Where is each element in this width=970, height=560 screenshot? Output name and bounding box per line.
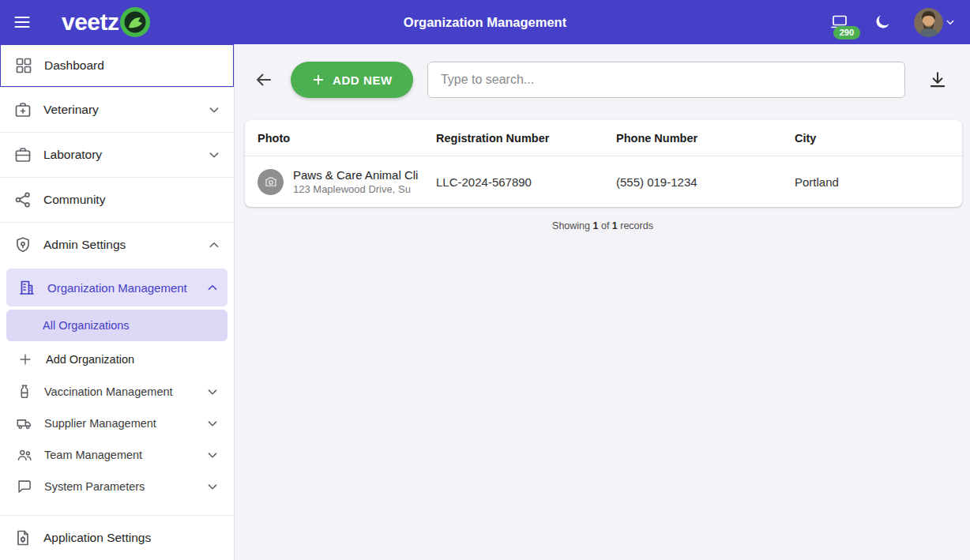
summary-suffix: records <box>618 220 653 231</box>
header-phone-number: Phone Number <box>616 132 795 145</box>
header-registration-number: Registration Number <box>436 132 616 145</box>
sidebar-item-supplier-management[interactable]: Supplier Management <box>6 408 227 439</box>
download-button[interactable] <box>924 66 951 93</box>
app-logo[interactable]: veetz <box>62 6 151 38</box>
chevron-down-icon <box>943 15 957 29</box>
add-new-label: ADD NEW <box>333 73 393 87</box>
user-menu[interactable] <box>912 6 959 39</box>
header-photo: Photo <box>258 132 436 145</box>
download-icon <box>927 70 948 90</box>
add-new-button[interactable]: ADD NEW <box>291 62 413 98</box>
sidebar-item-vaccination-management[interactable]: Vaccination Management <box>6 376 227 408</box>
sidebar-item-label: Vaccination Management <box>44 385 173 398</box>
topbar-actions: 290 <box>827 6 970 39</box>
back-arrow-icon <box>254 70 273 89</box>
toolbar: ADD NEW <box>235 44 970 109</box>
chevron-down-icon <box>204 415 221 432</box>
sidebar-item-label: Supplier Management <box>44 417 156 430</box>
sidebar-bottom: Application Settings <box>0 515 234 560</box>
summary-of: of <box>598 220 611 231</box>
vaccine-icon <box>16 383 33 400</box>
photo-cell: Paws & Care Animal Cli 123 Maplewood Dri… <box>258 168 436 195</box>
menu-button[interactable] <box>3 5 41 39</box>
organization-address: 123 Maplewood Drive, Su <box>293 183 418 195</box>
sidebar-item-label: All Organizations <box>43 319 130 332</box>
topbar: veetz Organization Management 290 <box>0 0 970 44</box>
sidebar-item-label: System Parameters <box>44 480 145 493</box>
chevron-down-icon <box>205 146 223 163</box>
organizations-table: Photo Registration Number Phone Number C… <box>245 120 962 207</box>
sidebar-item-label: Dashboard <box>44 58 104 73</box>
moon-icon <box>873 13 892 32</box>
sidebar-item-label: Admin Settings <box>43 238 126 252</box>
organization-avatar <box>258 169 284 195</box>
sidebar-item-label: Organization Management <box>47 281 187 295</box>
sidebar-item-label: Application Settings <box>43 531 151 545</box>
sidebar-item-veterinary[interactable]: Veterinary <box>0 88 234 132</box>
hamburger-icon <box>13 13 32 32</box>
sidebar-item-label: Add Organization <box>46 353 134 366</box>
sidebar-item-label: Team Management <box>44 449 142 461</box>
sidebar-item-team-management[interactable]: Team Management <box>6 439 227 471</box>
truck-icon <box>16 415 33 432</box>
sidebar-item-label: Laboratory <box>43 148 102 162</box>
sidebar-item-all-organizations[interactable]: All Organizations <box>6 310 227 341</box>
people-icon <box>16 446 33 464</box>
sidebar-item-dashboard[interactable]: Dashboard <box>0 44 234 87</box>
veterinary-icon <box>13 100 32 119</box>
plus-icon <box>17 351 33 367</box>
camera-plus-icon <box>264 175 278 189</box>
header-city: City <box>795 132 949 145</box>
sidebar-item-system-parameters[interactable]: System Parameters <box>6 471 227 502</box>
admin-shield-icon <box>13 235 32 254</box>
cell-registration-number: LLC-2024-567890 <box>436 175 616 189</box>
settings-doc-icon <box>13 528 32 547</box>
chevron-down-icon <box>204 446 221 464</box>
sidebar-item-label: Veterinary <box>43 103 99 117</box>
organization-name: Paws & Care Animal Cli <box>293 168 418 182</box>
sidebar-item-add-organization[interactable]: Add Organization <box>6 343 227 376</box>
sidebar-item-label: Community <box>43 193 105 207</box>
summary-total: 1 <box>612 220 618 231</box>
chevron-down-icon <box>205 101 223 118</box>
building-icon <box>17 278 36 297</box>
table-header-row: Photo Registration Number Phone Number C… <box>245 120 962 156</box>
cell-city: Portland <box>795 175 949 189</box>
laboratory-icon <box>13 145 32 164</box>
chat-bubble-icon <box>16 478 33 495</box>
logo-horse-icon <box>119 6 151 38</box>
page-title: Organization Management <box>404 15 566 30</box>
table-row[interactable]: Paws & Care Animal Cli 123 Maplewood Dri… <box>245 156 962 207</box>
records-summary: Showing 1 of 1 records <box>235 220 970 231</box>
sidebar-item-application-settings[interactable]: Application Settings <box>0 516 234 560</box>
search-input[interactable] <box>427 62 905 98</box>
chevron-up-icon <box>204 279 221 296</box>
sidebar-item-admin-settings[interactable]: Admin Settings <box>0 223 234 267</box>
avatar <box>914 8 943 37</box>
cell-phone-number: (555) 019-1234 <box>616 175 795 189</box>
summary-prefix: Showing <box>552 220 592 231</box>
sidebar-item-community[interactable]: Community <box>0 178 234 222</box>
plus-icon <box>311 73 325 87</box>
sidebar-item-organization-management[interactable]: Organization Management <box>6 269 227 306</box>
sidebar-item-laboratory[interactable]: Laboratory <box>0 133 234 177</box>
device-sessions-button[interactable]: 290 <box>827 9 852 35</box>
sidebar: Dashboard Veterinary Laboratory Communit… <box>0 44 235 560</box>
chevron-up-icon <box>205 236 223 254</box>
back-button[interactable] <box>251 67 276 92</box>
organization-text: Paws & Care Animal Cli 123 Maplewood Dri… <box>293 168 418 195</box>
logo-text: veetz <box>62 9 119 36</box>
chevron-down-icon <box>204 478 221 495</box>
dashboard-icon <box>14 56 33 75</box>
chevron-down-icon <box>204 383 221 400</box>
session-count-badge: 290 <box>833 26 860 39</box>
community-icon <box>13 190 32 209</box>
dark-mode-toggle[interactable] <box>871 11 893 33</box>
